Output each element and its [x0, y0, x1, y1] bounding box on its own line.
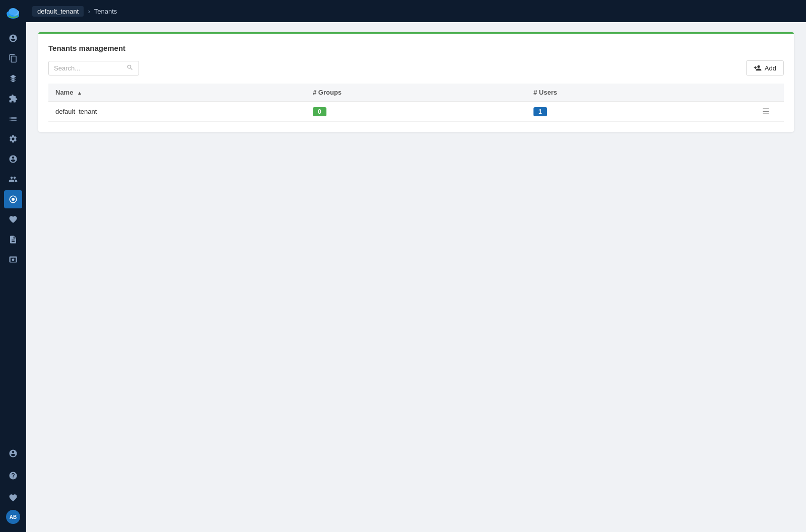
app-logo[interactable]	[4, 4, 22, 22]
sidebar-item-copy[interactable]	[4, 49, 22, 67]
content-area: Tenants management Add Nam	[26, 22, 806, 532]
sidebar: AB	[0, 0, 26, 532]
table-header: Name ▲ # Groups # Users	[48, 84, 784, 102]
breadcrumb-tag[interactable]: default_tenant	[32, 6, 84, 17]
svg-point-5	[12, 198, 15, 201]
column-groups[interactable]: # Groups	[306, 84, 526, 102]
tenant-users-cell: 1	[526, 102, 747, 122]
sidebar-item-reports[interactable]	[4, 231, 22, 249]
card-title: Tenants management	[48, 44, 784, 52]
add-button-label: Add	[765, 64, 776, 72]
add-button[interactable]: Add	[746, 60, 784, 75]
tenants-card: Tenants management Add Nam	[38, 32, 794, 132]
column-name-label: Name	[55, 89, 73, 96]
breadcrumb-current: Tenants	[94, 8, 117, 15]
sidebar-profile-icon[interactable]	[4, 444, 22, 463]
sidebar-item-users[interactable]	[4, 170, 22, 188]
table-body: default_tenant 0 1 ☰	[48, 102, 784, 122]
sidebar-item-tenants[interactable]	[4, 190, 22, 208]
users-badge: 1	[533, 107, 547, 116]
toolbar: Add	[48, 60, 784, 75]
search-box[interactable]	[48, 61, 139, 75]
main-content: default_tenant › Tenants Tenants managem…	[26, 0, 806, 532]
sidebar-item-git[interactable]	[4, 69, 22, 88]
sidebar-item-list[interactable]	[4, 110, 22, 128]
row-menu-button[interactable]: ☰	[762, 107, 769, 116]
sidebar-help-icon[interactable]	[4, 467, 22, 485]
sidebar-bottom: AB	[4, 443, 22, 528]
groups-badge: 0	[313, 107, 326, 116]
sidebar-item-plugins[interactable]	[4, 90, 22, 108]
column-actions	[747, 84, 784, 102]
user-avatar[interactable]: AB	[6, 510, 20, 524]
column-name[interactable]: Name ▲	[48, 84, 306, 102]
header: default_tenant › Tenants	[26, 0, 806, 22]
search-icon[interactable]	[126, 64, 133, 72]
tenant-actions-cell: ☰	[747, 102, 784, 122]
sidebar-item-settings[interactable]	[4, 130, 22, 148]
column-users[interactable]: # Users	[526, 84, 747, 102]
sidebar-item-camera[interactable]	[4, 251, 22, 269]
svg-point-3	[9, 8, 18, 15]
sort-asc-icon: ▲	[77, 90, 82, 96]
search-input[interactable]	[54, 64, 126, 72]
table-row: default_tenant 0 1 ☰	[48, 102, 784, 122]
breadcrumb-separator: ›	[88, 8, 90, 15]
sidebar-item-dashboard[interactable]	[4, 29, 22, 47]
tenants-table: Name ▲ # Groups # Users default_tenant 0	[48, 84, 784, 122]
sidebar-item-health[interactable]	[4, 210, 22, 229]
tenant-name-cell: default_tenant	[48, 102, 306, 122]
tenant-groups-cell: 0	[306, 102, 526, 122]
sidebar-monitor-icon[interactable]	[4, 489, 22, 507]
sidebar-item-user[interactable]	[4, 150, 22, 168]
